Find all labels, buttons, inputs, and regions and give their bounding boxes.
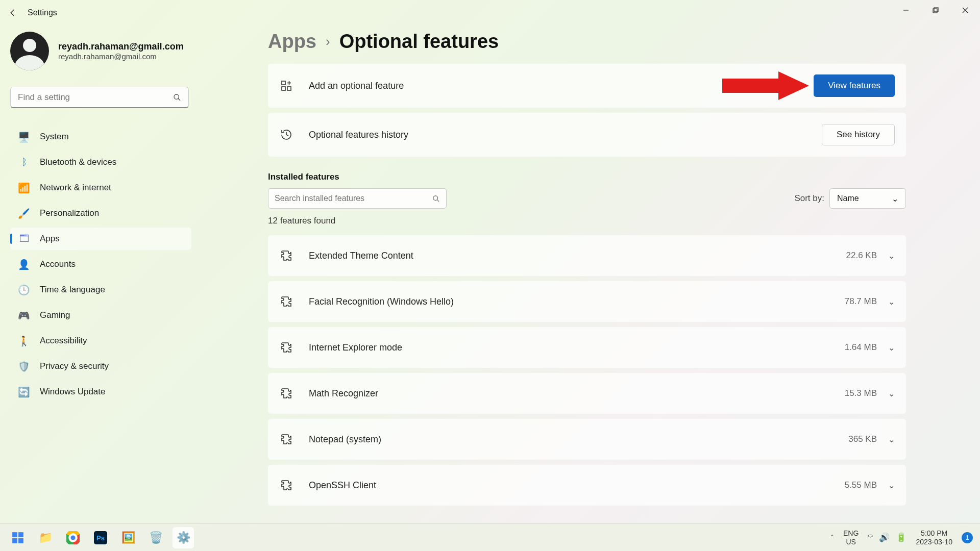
nav-icon: 🚶 (18, 335, 30, 346)
svg-rect-7 (282, 81, 285, 85)
sidebar-item-time-language[interactable]: 🕒Time & language (10, 279, 191, 301)
feature-row[interactable]: Facial Recognition (Windows Hello)78.7 M… (268, 281, 906, 322)
start-button[interactable] (7, 527, 29, 548)
minimize-button[interactable] (891, 0, 921, 20)
svg-line-6 (178, 98, 180, 101)
nav-list: 🖥️SystemᛒBluetooth & devices📶Network & i… (10, 126, 191, 403)
add-feature-icon (279, 79, 293, 93)
tray-chevron-icon[interactable]: ˄ (830, 534, 834, 542)
sidebar-item-bluetooth-devices[interactable]: ᛒBluetooth & devices (10, 151, 191, 173)
sidebar-item-label: Time & language (40, 285, 105, 295)
language-indicator[interactable]: ENG US (843, 529, 859, 546)
sidebar-item-label: Gaming (40, 310, 70, 320)
chevron-down-icon: ⌄ (888, 435, 895, 444)
breadcrumb-parent[interactable]: Apps (268, 31, 316, 53)
feature-row[interactable]: OpenSSH Client5.55 MB⌄ (268, 465, 906, 506)
nav-icon: 👤 (18, 259, 30, 270)
feature-name: OpenSSH Client (309, 480, 845, 491)
feature-icon (279, 478, 293, 492)
sidebar-item-accounts[interactable]: 👤Accounts (10, 253, 191, 276)
taskbar: 📁 Ps 🖼️ 🗑️ ⚙️ ˄ ENG US ⌔ 🔊 🔋 5:00 PM 202… (0, 523, 980, 551)
nav-icon: 🖥️ (18, 131, 30, 142)
app-icon-2[interactable]: 🗑️ (145, 527, 166, 548)
chevron-right-icon: › (326, 34, 330, 49)
search-installed-features[interactable] (268, 188, 447, 209)
feature-size: 15.3 MB (845, 388, 877, 398)
see-history-button[interactable]: See history (822, 124, 895, 145)
chevron-down-icon: ⌄ (888, 343, 895, 353)
sidebar-item-windows-update[interactable]: 🔄Windows Update (10, 381, 191, 403)
sidebar-item-label: Network & internet (40, 183, 111, 193)
search-settings[interactable] (10, 87, 189, 108)
feature-row[interactable]: Internet Explorer mode1.64 MB⌄ (268, 327, 906, 368)
title-bar: Settings (0, 0, 980, 26)
nav-icon: 🗔 (18, 233, 30, 244)
profile[interactable]: reyadh.rahaman@gmail.com reyadh.rahaman@… (10, 32, 191, 70)
view-features-button[interactable]: View features (814, 74, 895, 97)
battery-icon[interactable]: 🔋 (896, 532, 906, 543)
feature-icon (279, 340, 293, 355)
settings-taskbar-icon[interactable]: ⚙️ (173, 527, 194, 548)
nav-icon: 📶 (18, 182, 30, 193)
svg-rect-8 (282, 87, 285, 90)
sidebar-item-system[interactable]: 🖥️System (10, 126, 191, 148)
chevron-down-icon: ⌄ (888, 251, 895, 261)
feature-list: Extended Theme Content22.6 KB⌄Facial Rec… (268, 235, 949, 506)
installed-title: Installed features (268, 172, 949, 182)
maximize-button[interactable] (921, 0, 950, 20)
volume-icon[interactable]: 🔊 (879, 532, 890, 543)
search-input[interactable] (18, 92, 173, 103)
svg-rect-2 (934, 8, 938, 12)
sort-select[interactable]: Name ⌄ (829, 188, 906, 209)
avatar (10, 32, 49, 70)
chrome-icon[interactable] (62, 527, 84, 548)
feature-icon (279, 386, 293, 400)
feature-row[interactable]: Math Recognizer15.3 MB⌄ (268, 373, 906, 414)
sidebar-item-network-internet[interactable]: 📶Network & internet (10, 177, 191, 199)
sort-value: Name (837, 194, 859, 203)
feature-size: 78.7 MB (845, 296, 877, 307)
feature-row[interactable]: Notepad (system)365 KB⌄ (268, 419, 906, 460)
photoshop-icon[interactable]: Ps (90, 527, 111, 548)
nav-icon: 🔄 (18, 386, 30, 397)
search-installed-input[interactable] (275, 194, 432, 203)
sidebar-item-apps[interactable]: 🗔Apps (10, 228, 191, 250)
svg-rect-15 (12, 532, 17, 537)
search-icon (432, 195, 440, 203)
search-icon (173, 93, 181, 102)
feature-name: Internet Explorer mode (309, 342, 845, 353)
filter-row: Sort by: Name ⌄ (268, 188, 906, 209)
history-icon (279, 128, 293, 142)
sidebar-item-label: System (40, 132, 69, 142)
file-explorer-icon[interactable]: 📁 (35, 527, 56, 548)
add-feature-card: Add an optional feature View features (268, 64, 906, 108)
sidebar: reyadh.rahaman@gmail.com reyadh.rahaman@… (0, 26, 202, 525)
close-button[interactable] (950, 0, 980, 20)
page-title: Optional features (339, 31, 499, 53)
profile-name: reyadh.rahaman@gmail.com (58, 41, 184, 52)
back-button[interactable] (5, 5, 20, 20)
sidebar-item-personalization[interactable]: 🖌️Personalization (10, 202, 191, 224)
sidebar-item-gaming[interactable]: 🎮Gaming (10, 304, 191, 327)
feature-name: Extended Theme Content (309, 251, 846, 261)
feature-size: 1.64 MB (845, 342, 877, 353)
sidebar-item-accessibility[interactable]: 🚶Accessibility (10, 330, 191, 352)
feature-name: Facial Recognition (Windows Hello) (309, 296, 845, 307)
svg-point-13 (433, 195, 438, 200)
app-icon-1[interactable]: 🖼️ (117, 527, 139, 548)
notification-badge[interactable]: 1 (962, 532, 973, 543)
sidebar-item-privacy-security[interactable]: 🛡️Privacy & security (10, 355, 191, 378)
history-label: Optional features history (309, 130, 822, 140)
wifi-icon[interactable]: ⌔ (868, 532, 873, 543)
feature-row[interactable]: Extended Theme Content22.6 KB⌄ (268, 235, 906, 276)
feature-icon (279, 294, 293, 309)
window-title: Settings (28, 8, 57, 17)
feature-name: Math Recognizer (309, 388, 845, 399)
chevron-down-icon: ⌄ (888, 389, 895, 398)
sidebar-item-label: Personalization (40, 208, 99, 218)
nav-icon: 🛡️ (18, 361, 30, 372)
feature-name: Notepad (system) (309, 434, 848, 445)
svg-rect-1 (933, 9, 937, 13)
clock[interactable]: 5:00 PM 2023-03-10 (916, 529, 952, 546)
svg-text:Ps: Ps (96, 534, 105, 542)
